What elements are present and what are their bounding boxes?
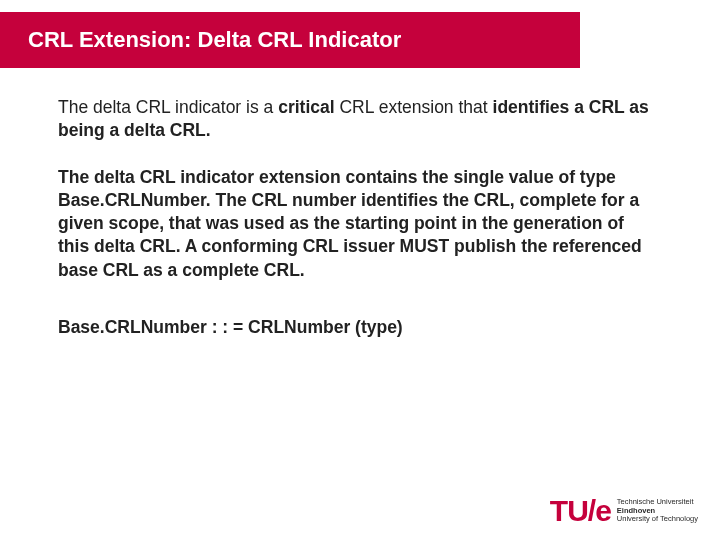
logo-line3: University of Technology — [617, 515, 698, 524]
logo-mark: TU/e — [550, 496, 611, 526]
title-bar: CRL Extension: Delta CRL Indicator — [0, 12, 580, 68]
p1-text-c: CRL extension that — [335, 97, 493, 117]
p1-text-a: The delta CRL indicator is a — [58, 97, 278, 117]
paragraph-3: Base.CRLNumber : : = CRLNumber (type) — [58, 316, 650, 339]
p1-critical: critical — [278, 97, 334, 117]
logo: TU/e Technische Universiteit Eindhoven U… — [550, 496, 698, 526]
content-area: The delta CRL indicator is a critical CR… — [58, 96, 650, 339]
paragraph-2: The delta CRL indicator extension contai… — [58, 166, 650, 281]
logo-text: Technische Universiteit Eindhoven Univer… — [617, 498, 698, 524]
paragraph-1: The delta CRL indicator is a critical CR… — [58, 96, 650, 142]
slide-title: CRL Extension: Delta CRL Indicator — [28, 27, 401, 53]
